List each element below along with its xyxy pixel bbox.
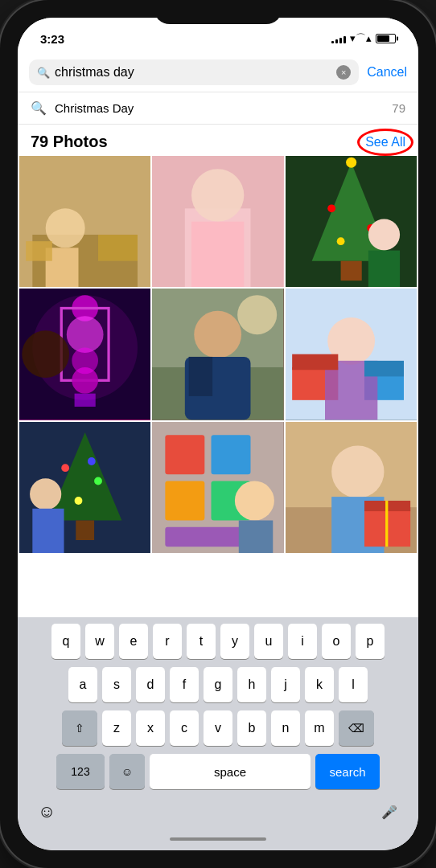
photos-count-label: 79 Photos xyxy=(31,133,108,151)
svg-rect-51 xyxy=(166,435,205,474)
notch xyxy=(154,0,282,24)
search-icon: 🔍 xyxy=(37,67,50,79)
key-r[interactable]: r xyxy=(153,624,182,659)
photo-cell-8[interactable] xyxy=(152,422,283,553)
key-j[interactable]: j xyxy=(271,667,300,702)
svg-point-14 xyxy=(327,204,335,212)
svg-rect-4 xyxy=(26,241,52,260)
phone-shell: 3:23 ▾⌒▴ 🔍 christmas day × xyxy=(0,0,436,868)
keyboard-row-5: ☺ 🎤 xyxy=(21,794,415,829)
key-u[interactable]: u xyxy=(254,624,283,659)
svg-point-48 xyxy=(30,478,61,510)
key-i[interactable]: i xyxy=(288,624,317,659)
battery-icon xyxy=(376,34,396,43)
svg-point-8 xyxy=(191,169,244,221)
emoji-face-key[interactable]: ☺ xyxy=(29,794,64,829)
see-all-button[interactable]: See All xyxy=(365,135,405,149)
svg-point-16 xyxy=(336,237,344,245)
key-c[interactable]: c xyxy=(170,710,199,746)
key-z[interactable]: z xyxy=(102,710,131,746)
key-h[interactable]: h xyxy=(237,667,266,702)
svg-point-13 xyxy=(346,158,356,168)
keyboard-row-2: a s d f g h j k l xyxy=(21,667,415,702)
home-bar xyxy=(170,837,266,841)
clear-button[interactable]: × xyxy=(336,65,351,80)
svg-rect-49 xyxy=(32,508,64,553)
svg-rect-43 xyxy=(76,520,94,539)
wifi-icon: ▾⌒▴ xyxy=(350,31,372,46)
phone-screen: 3:23 ▾⌒▴ 🔍 christmas day × xyxy=(18,18,418,850)
svg-point-56 xyxy=(235,481,274,520)
suggestion-count: 79 xyxy=(392,101,405,115)
svg-rect-39 xyxy=(292,354,338,371)
search-input[interactable]: christmas day xyxy=(55,65,331,80)
svg-point-30 xyxy=(237,295,277,334)
key-s[interactable]: s xyxy=(102,667,131,702)
photo-cell-3[interactable] xyxy=(286,156,417,287)
svg-rect-33 xyxy=(189,357,212,396)
svg-rect-52 xyxy=(212,435,251,474)
key-v[interactable]: v xyxy=(204,710,232,746)
suggestion-text: Christmas Day xyxy=(55,101,384,115)
key-a[interactable]: a xyxy=(68,667,97,702)
key-k[interactable]: k xyxy=(305,667,334,702)
key-t[interactable]: t xyxy=(187,624,216,659)
photo-cell-1[interactable] xyxy=(19,156,150,287)
key-b[interactable]: b xyxy=(237,710,266,746)
key-f[interactable]: f xyxy=(170,667,199,702)
svg-point-31 xyxy=(195,311,242,358)
suggestion-row[interactable]: 🔍 Christmas Day 79 xyxy=(18,92,418,125)
photo-cell-6[interactable] xyxy=(286,289,417,420)
mic-key[interactable]: 🎤 xyxy=(372,794,407,829)
status-time: 3:23 xyxy=(40,32,64,46)
key-w[interactable]: w xyxy=(85,624,114,659)
key-q[interactable]: q xyxy=(51,624,80,659)
space-key[interactable]: space xyxy=(150,754,311,789)
key-p[interactable]: p xyxy=(356,624,385,659)
key-e[interactable]: e xyxy=(119,624,148,659)
key-g[interactable]: g xyxy=(204,667,232,702)
key-y[interactable]: y xyxy=(220,624,249,659)
svg-point-47 xyxy=(88,457,96,465)
svg-rect-40 xyxy=(364,361,404,377)
see-all-wrapper: See All xyxy=(365,135,405,149)
photo-cell-5[interactable] xyxy=(152,289,283,420)
key-o[interactable]: o xyxy=(322,624,351,659)
keyboard-row-1: q w e r t y u i o p xyxy=(21,624,415,659)
key-m[interactable]: m xyxy=(305,710,334,746)
svg-rect-18 xyxy=(368,251,400,288)
search-bar: 🔍 christmas day × Cancel xyxy=(18,53,418,92)
svg-point-27 xyxy=(22,331,69,379)
svg-rect-53 xyxy=(166,481,205,520)
search-input-wrapper[interactable]: 🔍 christmas day × xyxy=(29,59,359,85)
photo-cell-2[interactable] xyxy=(152,156,283,287)
shift-key[interactable]: ⇧ xyxy=(62,710,97,746)
svg-point-17 xyxy=(368,219,400,250)
search-button[interactable]: search xyxy=(315,754,380,789)
svg-rect-12 xyxy=(340,261,361,280)
svg-rect-57 xyxy=(239,520,273,553)
key-l[interactable]: l xyxy=(339,667,368,702)
svg-rect-5 xyxy=(98,235,138,261)
photo-cell-4[interactable] xyxy=(19,289,150,420)
cancel-button[interactable]: Cancel xyxy=(367,65,407,80)
photo-cell-7[interactable] xyxy=(19,422,150,553)
emoji-key[interactable]: ☺ xyxy=(109,754,145,789)
num-key[interactable]: 123 xyxy=(56,754,105,789)
photo-grid xyxy=(18,156,418,553)
battery-fill xyxy=(377,35,389,42)
key-d[interactable]: d xyxy=(136,667,165,702)
svg-point-46 xyxy=(75,497,83,505)
photo-cell-9[interactable] xyxy=(286,422,417,553)
keyboard-row-4: 123 ☺ space search xyxy=(21,754,415,789)
signal-bars-icon xyxy=(331,34,346,43)
suggestion-search-icon: 🔍 xyxy=(31,100,47,116)
svg-rect-9 xyxy=(191,222,244,288)
home-indicator xyxy=(21,831,415,847)
key-x[interactable]: x xyxy=(136,710,165,746)
delete-key[interactable]: ⌫ xyxy=(339,710,374,746)
svg-point-44 xyxy=(61,464,69,472)
keyboard-row-3: ⇧ z x c v b n m ⌫ xyxy=(21,710,415,746)
status-icons: ▾⌒▴ xyxy=(331,31,396,46)
key-n[interactable]: n xyxy=(271,710,300,746)
